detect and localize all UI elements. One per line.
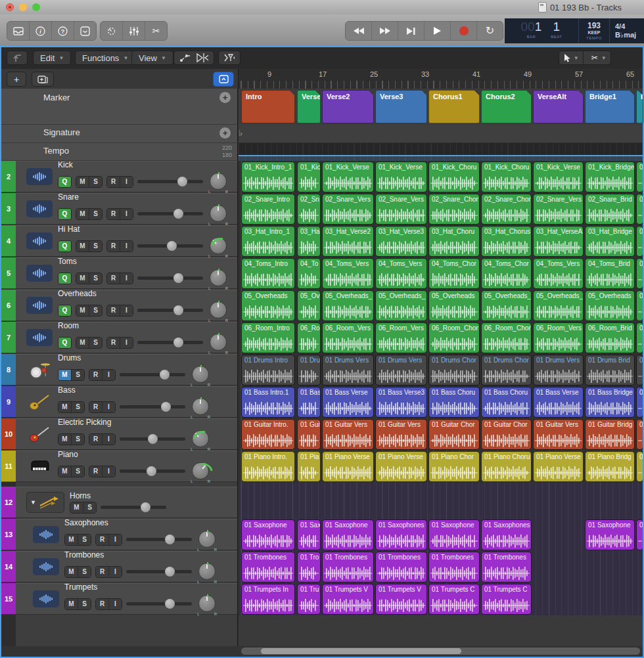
region-03-hat-versea[interactable]: 03_Hat_VerseA	[533, 226, 584, 257]
volume-slider-thumb[interactable]	[161, 402, 171, 412]
pan-knob[interactable]: LR	[196, 561, 218, 583]
region-04-toms-vers[interactable]: 04_Toms_Vers	[322, 258, 374, 289]
record-enable-button[interactable]: R	[96, 567, 109, 577]
marker-chorus1[interactable]: Chorus1	[428, 90, 480, 123]
pan-knob[interactable]: LR	[189, 396, 212, 418]
region-02-snare-vers[interactable]: 02_Snare_Vers	[533, 194, 584, 225]
track-header-trumpets[interactable]: TrumpetsMSRILR	[16, 583, 237, 615]
pan-knob-dial[interactable]	[198, 531, 216, 548]
quantize-button[interactable]: Q	[58, 241, 71, 252]
solo-button[interactable]: S	[78, 535, 91, 545]
region-01-piano-verse[interactable]: 01 Piano Verse	[322, 451, 374, 482]
region-01-trombones[interactable]: 01 Trombones	[241, 552, 295, 582]
region-02-snare-intro[interactable]: 02_Snare_Intro	[241, 194, 295, 225]
cycle-button[interactable]: ↻	[477, 22, 503, 40]
solo-button[interactable]: S	[89, 209, 102, 219]
region-03-hat-chorus[interactable]: 03_Hat_Chorus	[481, 226, 532, 257]
toolbar-toggle-button[interactable]	[74, 22, 96, 40]
pan-knob-dial[interactable]	[192, 462, 209, 479]
track-header-room[interactable]: RoomQMSRILR	[16, 322, 237, 353]
close-window-button[interactable]	[6, 3, 14, 11]
quantize-button[interactable]: Q	[58, 209, 71, 219]
mute-button[interactable]: M	[65, 599, 78, 609]
mute-button[interactable]: M	[76, 177, 89, 187]
region-03[interactable]: 03	[636, 226, 643, 257]
volume-slider[interactable]	[126, 570, 192, 573]
pan-knob-dial[interactable]	[198, 563, 216, 580]
marker-bridge1[interactable]: Bridge1	[585, 90, 635, 123]
region-06-ro[interactable]: 06_Ro	[297, 322, 321, 353]
edit-menu[interactable]: Edit▼	[33, 51, 71, 65]
volume-slider[interactable]	[120, 405, 185, 408]
region-01-bass-verse[interactable]: 01 Bass Verse	[533, 387, 584, 418]
volume-slider-thumb[interactable]	[173, 273, 183, 283]
mute-button[interactable]: M	[76, 273, 89, 284]
input-monitor-button[interactable]: I	[109, 567, 122, 577]
region-01[interactable]: 01	[636, 419, 643, 450]
play-button[interactable]	[425, 22, 451, 40]
stop-button[interactable]	[398, 22, 425, 40]
track-header-toms[interactable]: TomsQMSRILR	[16, 257, 237, 289]
volume-slider[interactable]	[137, 341, 203, 344]
track-header-snare[interactable]: SnareQMSRILR	[16, 193, 237, 225]
pan-knob-dial[interactable]	[210, 334, 227, 351]
minimize-window-button[interactable]	[19, 3, 27, 11]
volume-slider[interactable]	[126, 602, 192, 605]
left-click-tool-menu[interactable]: ▼	[559, 51, 584, 64]
tempo-lane[interactable]	[239, 143, 643, 161]
track-header-piano[interactable]: PianoMSRILR	[16, 450, 237, 482]
catch-playhead-button[interactable]	[218, 51, 241, 65]
inspector-button[interactable]: i	[30, 22, 52, 40]
mute-button[interactable]: M	[76, 305, 89, 316]
volume-slider[interactable]	[120, 373, 185, 376]
global-tracks-toggle[interactable]	[213, 72, 234, 87]
volume-slider[interactable]	[137, 276, 203, 280]
region-01-bass-intro-1[interactable]: 01 Bass Intro.1	[241, 387, 295, 418]
volume-slider-thumb[interactable]	[148, 434, 158, 444]
add-track-button[interactable]: +	[7, 72, 26, 87]
solo-button[interactable]: S	[89, 241, 102, 252]
region-01-saxophone[interactable]: 01 Saxophone	[322, 519, 374, 550]
region-02-snare-chor[interactable]: 02_Snare_Chor	[481, 194, 532, 225]
region-06-room-vers[interactable]: 06_Room_Vers	[375, 322, 427, 353]
zoom-window-button[interactable]	[32, 3, 40, 11]
region-01-guitar-chor[interactable]: 01 Guitar Chor	[481, 419, 532, 450]
region-01-kick-verse[interactable]: 01_Kick_Verse	[533, 162, 584, 192]
disclosure-triangle[interactable]: ▼	[30, 499, 36, 506]
region-01-bass-verse[interactable]: 01 Bass Verse	[322, 387, 374, 418]
region-01-guitar-vers[interactable]: 01 Guitar Vers	[375, 419, 427, 450]
pan-knob[interactable]: LR	[207, 203, 229, 225]
region-01-kick-choru[interactable]: 01_Kick_Choru	[481, 162, 532, 192]
region-01-drums-vers[interactable]: 01 Drums Vers	[322, 355, 374, 385]
rewind-button[interactable]	[346, 22, 372, 40]
volume-slider-thumb[interactable]	[165, 599, 175, 609]
track-number-5[interactable]: 5	[1, 257, 16, 289]
region-04-toms-chor[interactable]: 04_Toms_Chor	[428, 258, 480, 289]
track-number-12[interactable]: 12	[1, 487, 16, 518]
region-04-toms-vers[interactable]: 04_Toms_Vers	[533, 258, 584, 289]
scrollbar-thumb[interactable]	[261, 648, 461, 654]
input-monitor-button[interactable]: I	[103, 434, 115, 445]
track-number-7[interactable]: 7	[1, 322, 16, 353]
solo-button[interactable]: S	[89, 177, 102, 187]
region-01-tru[interactable]: 01 Tru	[297, 584, 321, 615]
track-header-drums[interactable]: DrumsMSRILR	[16, 354, 237, 385]
command-click-tool-menu[interactable]: ✂ ▼	[587, 51, 611, 64]
region-01-kick-intro-1[interactable]: 01_Kick_Intro_1	[241, 162, 295, 192]
automation-icon[interactable]	[179, 53, 190, 62]
record-enable-button[interactable]: R	[96, 535, 109, 545]
region-01-pia[interactable]: 01 Pia	[297, 451, 321, 482]
region-06-room-chor[interactable]: 06_Room_Chor	[428, 322, 480, 353]
track-number-11[interactable]: 11	[1, 450, 16, 482]
region-01[interactable]: 01	[636, 519, 643, 550]
region-01[interactable]: 01	[636, 387, 643, 418]
region-01-trumpets-in[interactable]: 01 Trumpets In	[241, 584, 295, 615]
region-01-drums-intro[interactable]: 01 Drums Intro	[241, 355, 295, 385]
region-01-dru[interactable]: 01 Dru	[297, 355, 321, 385]
record-enable-button[interactable]: R	[107, 209, 120, 219]
region-03-hat-bridge[interactable]: 03_Hat_Bridge	[585, 226, 635, 257]
track-header-trombones[interactable]: TrombonesMSRILR	[16, 551, 237, 582]
region-03-hat-verse3[interactable]: 03_Hat_Verse3	[375, 226, 427, 257]
pan-knob[interactable]: LR	[207, 171, 229, 193]
track-number-3[interactable]: 3	[1, 193, 16, 225]
